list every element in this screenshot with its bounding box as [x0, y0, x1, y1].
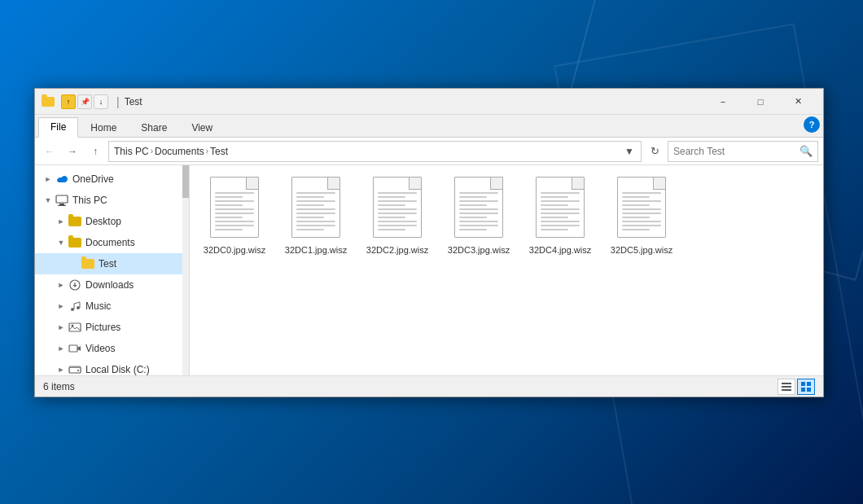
file-item-3[interactable]: 32DC3.jpg.wisz [442, 173, 515, 259]
doc-line [215, 204, 243, 206]
svg-rect-6 [69, 323, 81, 331]
sidebar-item-thispc[interactable]: ▼ This PC [35, 190, 189, 211]
forward-button[interactable]: → [63, 142, 82, 161]
close-button[interactable]: ✕ [779, 89, 817, 115]
doc-line [296, 200, 335, 202]
tab-home[interactable]: Home [78, 118, 129, 138]
back-button[interactable]: ← [40, 142, 59, 161]
doc-line [215, 200, 254, 202]
sidebar-item-label-desktop: Desktop [85, 216, 121, 227]
doc-lines-5 [622, 192, 661, 233]
address-dropdown-button[interactable]: ▼ [623, 145, 636, 158]
tab-file[interactable]: File [38, 117, 78, 138]
doc-line [215, 221, 254, 222]
breadcrumb-thispc[interactable]: This PC [114, 146, 149, 157]
file-icon-container-0 [206, 177, 263, 242]
sidebar-item-desktop[interactable]: ► Desktop [35, 211, 189, 232]
file-item-0[interactable]: 32DC0.jpg.wisz [198, 173, 271, 259]
up-button[interactable]: ↑ [85, 142, 105, 161]
doc-line [541, 192, 580, 194]
svg-rect-13 [782, 386, 791, 388]
doc-line [378, 221, 417, 222]
expand-icon-desktop: ► [55, 215, 68, 228]
svg-rect-9 [69, 367, 81, 373]
large-icons-view-button[interactable] [797, 379, 815, 395]
tab-share[interactable]: Share [129, 118, 179, 138]
onedrive-icon [55, 172, 69, 186]
quick-access-btn-2[interactable]: 📌 [77, 94, 92, 109]
sidebar-item-onedrive[interactable]: ► OneDrive [35, 169, 189, 190]
quick-access-btn-3[interactable]: ↓ [94, 94, 108, 109]
expand-icon-test [68, 257, 81, 270]
doc-line [378, 196, 405, 198]
sidebar-item-documents[interactable]: ▼ Documents [35, 232, 189, 253]
doc-lines-3 [459, 192, 498, 233]
breadcrumb-documents[interactable]: Documents [155, 146, 204, 157]
address-box[interactable]: This PC › Documents › Test ▼ [108, 141, 642, 162]
sidebar-item-pictures[interactable]: ► Pictures [35, 317, 189, 338]
sidebar-item-label-localdisk: Local Disk (C:) [85, 364, 150, 375]
svg-rect-15 [801, 382, 805, 386]
downloads-icon [68, 278, 82, 292]
file-item-4[interactable]: 32DC4.jpg.wisz [523, 173, 597, 259]
maximize-button[interactable]: □ [742, 89, 779, 115]
expand-icon-music: ► [55, 300, 68, 313]
doc-line [459, 196, 487, 198]
thispc-icon [55, 193, 69, 208]
file-item-1[interactable]: 32DC1.jpg.wisz [279, 173, 353, 259]
search-input[interactable] [673, 146, 799, 157]
sidebar-item-localdisk[interactable]: ► Local Disk (C:) [35, 359, 189, 375]
doc-line [459, 217, 487, 218]
nav-pane: ► OneDrive ▼ This PC ► [35, 165, 190, 375]
tab-view[interactable]: View [179, 118, 225, 138]
doc-line [378, 200, 417, 202]
sidebar-item-music[interactable]: ► Music [35, 296, 189, 317]
refresh-button[interactable]: ↻ [645, 142, 664, 161]
breadcrumb-arrow-2: › [206, 147, 208, 156]
doc-icon-5 [617, 177, 666, 238]
doc-line [459, 204, 487, 206]
sidebar-item-label-downloads: Downloads [85, 279, 134, 291]
sidebar-item-label-music: Music [85, 300, 111, 312]
status-item-count: 6 items [43, 381, 778, 392]
doc-line [622, 221, 661, 222]
doc-line [296, 217, 324, 218]
nav-scrollbar[interactable] [182, 165, 189, 375]
minimize-button[interactable]: − [704, 89, 742, 115]
doc-icon-3 [454, 177, 503, 238]
doc-line [541, 196, 568, 198]
file-item-2[interactable]: 32DC2.jpg.wisz [361, 173, 434, 259]
help-button[interactable]: ? [804, 116, 820, 133]
doc-line [296, 204, 324, 206]
breadcrumb-test[interactable]: Test [210, 146, 228, 157]
window-controls: − □ ✕ [704, 89, 817, 115]
ribbon-tabs: File Home Share View ? [35, 115, 823, 138]
quick-access-btn-1[interactable]: ↑ [61, 94, 76, 109]
search-box[interactable]: 🔍 [668, 141, 818, 162]
sidebar-item-downloads[interactable]: ► Downloads [35, 274, 189, 296]
doc-lines-0 [215, 192, 254, 233]
doc-line [378, 217, 405, 218]
doc-line [459, 213, 498, 214]
sidebar-item-label-test: Test [99, 258, 116, 270]
details-view-button[interactable] [778, 379, 795, 395]
folder-icon-small [42, 97, 55, 107]
search-icon[interactable]: 🔍 [799, 145, 813, 157]
doc-line [215, 196, 243, 198]
doc-line [459, 225, 498, 226]
svg-rect-17 [801, 388, 805, 392]
doc-line [622, 192, 661, 194]
doc-line [296, 229, 324, 230]
nav-scrollbar-thumb[interactable] [182, 165, 189, 198]
doc-line [215, 208, 254, 210]
doc-line [622, 225, 661, 226]
sidebar-item-test[interactable]: Test [35, 253, 189, 274]
sidebar-item-videos[interactable]: ► Videos [35, 338, 189, 359]
svg-rect-10 [69, 366, 81, 368]
sidebar-item-label-videos: Videos [85, 343, 115, 354]
file-item-5[interactable]: 32DC5.jpg.wisz [605, 173, 678, 259]
doc-line [378, 213, 417, 214]
svg-rect-0 [56, 195, 68, 203]
expand-icon-pictures: ► [55, 321, 68, 334]
doc-line [459, 229, 487, 230]
